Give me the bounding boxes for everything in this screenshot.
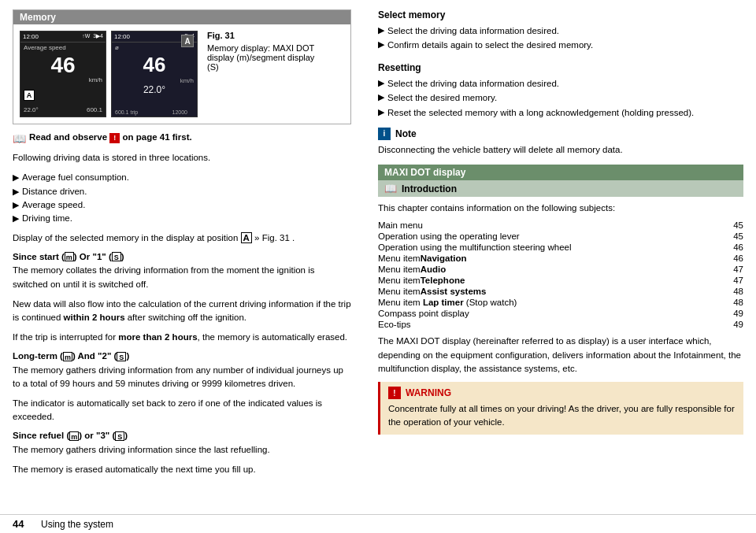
toc-row: Operation using the multifunction steeri… — [378, 242, 743, 253]
memory-box-content: 12:00 ↑W 3▶4 Average speed 46 km/h A 22.… — [13, 24, 350, 124]
fig-caption: Fig. 31 Memory display: MAXI DOT display… — [207, 31, 317, 117]
toc-page-op-lever: 45 — [711, 231, 743, 242]
bullet-arrow: ▶ — [378, 105, 384, 120]
badge-s-3: S — [115, 431, 124, 441]
bullet-driving-time: Driving time. — [22, 212, 72, 225]
toc-label-compass: Compass point display — [378, 308, 711, 319]
left-column: Memory 12:00 ↑W 3▶4 Average speed 46 km/… — [13, 9, 359, 508]
toc-row: Operation using the operating lever 45 — [378, 231, 743, 242]
memory-box-title: Memory — [13, 10, 350, 24]
screen-right-unit: km/h — [112, 77, 197, 84]
screen-a-badge-left: A — [24, 90, 35, 101]
page-number: 44 — [13, 518, 32, 530]
screen-bottom-row-right: 600.1 trip 12000 — [112, 109, 191, 115]
select-bullet-text-2: Confirm details again to select the desi… — [387, 38, 593, 52]
toc-row: Menu itemTelephone 47 — [378, 275, 743, 286]
select-memory-title: Select memory — [378, 9, 743, 20]
screen-speed-value: 46 — [20, 53, 106, 76]
since-start-para2: New data will also flow into the calcula… — [13, 298, 351, 325]
long-term-para1: The memory gathers driving information f… — [13, 364, 351, 391]
display-ref-badge: A — [241, 232, 252, 243]
long-term-heading: Long-term (m) And "2" (S) — [13, 351, 351, 361]
note-icon: i — [378, 128, 391, 140]
bullet-arrow: ▶ — [378, 24, 384, 38]
maxi-dot-header: MAXI DOT display — [378, 165, 743, 180]
screen-dist-right: 12000 — [172, 109, 187, 115]
left-display-screen: 12:00 ↑W 3▶4 Average speed 46 km/h A 22.… — [20, 31, 106, 117]
toc-label-lap: Menu item Lap timer (Stop watch) — [378, 297, 711, 308]
since-start-heading: Since start (m) Or "1" (S) — [13, 252, 351, 262]
bullet-arrow: ▶ — [378, 38, 384, 52]
audio-bold: Audio — [421, 265, 447, 274]
select-bullet-1: ▶Select the driving data information des… — [378, 24, 743, 38]
toc-label-assist: Menu itemAssist systems — [378, 286, 711, 297]
display-images: 12:00 ↑W 3▶4 Average speed 46 km/h A 22.… — [20, 31, 198, 117]
memory-box: Memory 12:00 ↑W 3▶4 Average speed 46 km/… — [13, 9, 351, 124]
bullet-arrow: ▶ — [13, 171, 19, 184]
intro-paragraph: Following driving data is stored in thre… — [13, 151, 351, 165]
resetting-bullet-1: ▶Select the driving data information des… — [378, 76, 743, 91]
screen-trip-left: 600.1 — [87, 106, 102, 113]
nav-bold: Navigation — [421, 254, 467, 263]
since-refuel-heading: Since refuel (m) or "3" (S) — [13, 431, 351, 441]
screen-right-number: 46 — [112, 53, 197, 77]
toc-page-assist: 48 — [711, 286, 743, 297]
bullets-list: ▶Average fuel consumption. ▶Distance dri… — [13, 171, 351, 225]
more-than-2-hours: more than 2 hours — [118, 332, 197, 342]
toc-label-op-lever: Operation using the operating lever — [378, 231, 711, 242]
bullet-arrow: ▶ — [13, 185, 19, 198]
note-box: i Note Disconnecting the vehicle battery… — [378, 128, 743, 157]
badge-m-1: m — [65, 252, 74, 261]
bullet-arrow: ▶ — [378, 91, 384, 105]
display-info-text: Display of the selected memory in the di… — [13, 231, 351, 245]
warning-label: WARNING — [406, 387, 451, 398]
bullet-arrow: ▶ — [13, 198, 19, 212]
right-display-screen: 12:00 3▶4 ø 46 km/h 22.0° A 600.1 trip 1… — [111, 31, 198, 117]
bullet-distance: Distance driven. — [22, 185, 87, 198]
toc-page-lap: 48 — [711, 297, 743, 308]
screen-bottom-row-left: 22.0° 600.1 — [20, 105, 106, 115]
badge-s-2: S — [117, 352, 126, 361]
toc-page-main-menu: 45 — [711, 220, 743, 231]
bullet-item: ▶Average fuel consumption. — [13, 171, 351, 184]
bullet-item: ▶Distance driven. — [13, 185, 351, 198]
exclamation-badge: ! — [109, 133, 120, 143]
resetting-text-1: Select the driving data information desi… — [387, 76, 559, 91]
screen-a-badge-right: A — [181, 35, 194, 47]
assist-bold: Assist systems — [421, 287, 487, 296]
resetting-section: Resetting ▶Select the driving data infor… — [378, 62, 743, 120]
warning-text: Concentrate fully at all times on your d… — [388, 402, 736, 430]
toc-page-tel: 47 — [711, 275, 743, 286]
select-bullet-2: ▶Confirm details again to select the des… — [378, 38, 743, 52]
toc-label-op-wheel: Operation using the multifunction steeri… — [378, 242, 711, 253]
toc-row: Eco-tips 49 — [378, 319, 743, 330]
within-2-hours: within 2 hours — [64, 313, 125, 322]
toc-page-compass: 49 — [711, 308, 743, 319]
read-observe-label: Read and observe — [29, 132, 107, 142]
badge-m-2: m — [63, 352, 72, 361]
toc-page-audio: 47 — [711, 264, 743, 275]
screen-trip-right: 600.1 trip — [115, 109, 138, 115]
select-memory-section: Select memory ▶Select the driving data i… — [378, 9, 743, 53]
bullet-arrow: ▶ — [13, 212, 19, 225]
screen-right-temp: 22.0° — [112, 84, 197, 95]
read-observe-suffix: on page 41 first. — [122, 132, 191, 142]
page-footer: 44 Using the system — [0, 514, 756, 533]
toc-row: Main menu 45 — [378, 220, 743, 231]
toc-row: Menu itemAssist systems 48 — [378, 286, 743, 297]
footer-text: Using the system — [41, 519, 113, 530]
resetting-text-2: Select the desired memory. — [387, 91, 497, 105]
bullet-item: ▶Driving time. — [13, 212, 351, 225]
maxi-description: The MAXI DOT display (hereinafter referr… — [378, 335, 743, 376]
introduction-header: 📖 Introduction — [378, 180, 743, 197]
bullet-item: ▶Average speed. — [13, 198, 351, 212]
screen-header-left: 12:00 ↑W 3▶4 — [20, 31, 106, 43]
lap-bold: Lap timer — [423, 298, 464, 307]
note-text: Disconnecting the vehicle battery will d… — [378, 143, 743, 157]
resetting-bullet-2: ▶Select the desired memory. — [378, 91, 743, 105]
screen-avg-label: Average speed — [20, 43, 106, 53]
introduction-label: Introduction — [402, 183, 457, 194]
fig-caption-text: Memory display: MAXI DOT display (m)/seg… — [207, 43, 317, 72]
intro-book-icon: 📖 — [384, 183, 397, 194]
toc-row: Menu itemAudio 47 — [378, 264, 743, 275]
